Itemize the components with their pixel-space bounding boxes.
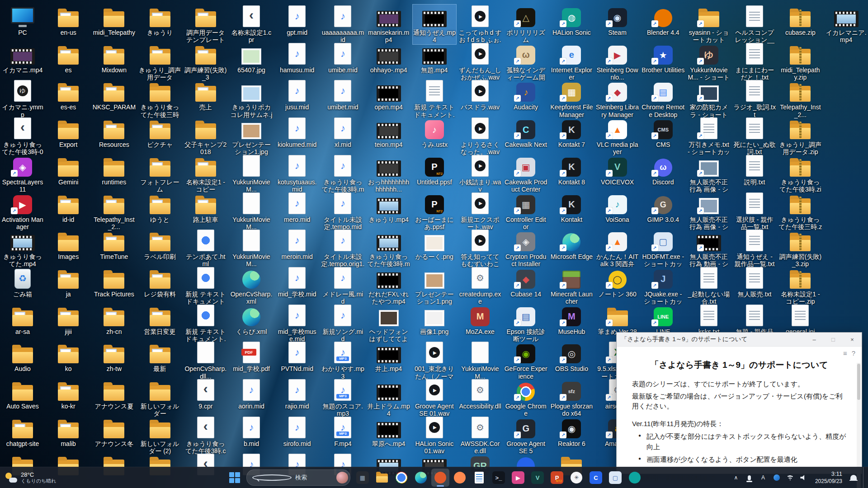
desktop-icon[interactable]: きゅうり食ってた.mp4 <box>1 229 44 268</box>
desktop-icon[interactable]: ♪mero.mid <box>275 192 319 224</box>
desktop-icon[interactable]: YukkuriMovieM... <box>458 341 502 380</box>
desktop-icon[interactable]: ◉↗Reaktor 6 <box>550 416 593 448</box>
desktop-icon[interactable]: ▢↗HDDFMT.exe - ショートカット <box>642 229 685 269</box>
menu-icon[interactable]: ≡ <box>843 349 847 357</box>
desktop-icon[interactable]: ♪↗VoiSona <box>596 192 639 224</box>
taskbar-app-chatgpt[interactable]: ✳ <box>567 469 585 487</box>
desktop-icon[interactable]: es <box>47 42 90 75</box>
desktop-icon[interactable]: NKSC_PARAM <box>92 79 136 112</box>
taskbar-app-remote-window-app[interactable]: ▢ <box>606 469 624 487</box>
desktop-icon[interactable]: 新規 テキスト ドキュメント.musicxml <box>413 79 456 119</box>
desktop-icon[interactable]: 路上駐車 <box>184 192 227 224</box>
desktop-icon[interactable]: ピクチャ <box>138 117 182 149</box>
clock[interactable]: 3:11 2025/09/23 <box>811 470 846 484</box>
desktop-icon[interactable]: おっhhhhhhhhhhhhhh... <box>367 154 410 194</box>
taskbar-app-microsoft-edge[interactable] <box>412 469 430 487</box>
desktop-icon[interactable]: zh-tw <box>92 341 136 373</box>
desktop-icon[interactable]: まにまにわーだと！.txt <box>733 42 776 82</box>
desktop-icon[interactable]: 井上ドラム.mp4 <box>367 378 410 418</box>
desktop-icon[interactable]: ♪きゅうり食ってた午後3時.mid <box>321 154 364 194</box>
desktop-icon[interactable]: ♪タイトル未設定.tempo.mid <box>321 192 364 231</box>
desktop-icon[interactable]: ♪新規ソング.mid <box>321 304 364 343</box>
desktop-icon[interactable]: ラベル印刷 <box>138 229 182 261</box>
desktop-icon[interactable]: きゅうり食ってた午後三時.zip <box>778 192 822 232</box>
desktop-icon[interactable]: きゅうり.mp4 <box>367 192 410 224</box>
desktop-icon[interactable]: ⚙Accessibility.dll <box>458 378 502 411</box>
desktop-icon[interactable]: 営業日変更 <box>138 304 182 336</box>
desktop-icon[interactable]: CMS↗CMS <box>642 117 685 149</box>
desktop-icon[interactable]: プレゼンテーション1.png <box>413 266 456 306</box>
desktop-icon[interactable]: ↗無人販売不正行為 動画 - ショートカット <box>687 229 731 269</box>
taskbar-search[interactable]: 検索 <box>246 469 350 486</box>
desktop-icon[interactable]: en-us <box>47 5 90 37</box>
desktop-icon[interactable]: イカレマニア.mp4 <box>825 5 868 44</box>
desktop-icon[interactable]: PDFmid_学校.pdf <box>230 341 273 373</box>
desktop-icon[interactable]: きゅうり食ってた午後3時.mp4 <box>367 229 410 269</box>
desktop-icon[interactable]: ω↗孤独なインディーゲーム開発者の一生 ... <box>504 42 547 82</box>
network-icon[interactable] <box>784 469 796 486</box>
desktop-icon[interactable]: ‹名称未設定1.cpr <box>230 5 273 44</box>
notifications-bell-icon[interactable] <box>848 469 859 486</box>
desktop-icon[interactable]: Auto Saves <box>1 378 44 411</box>
desktop-icon[interactable]: 通知うぜえ.mp4 <box>413 5 456 44</box>
desktop-icon[interactable]: フォトフレーム <box>138 154 182 194</box>
desktop-icon[interactable]: ♪mid_学校.mid <box>275 266 319 299</box>
desktop-icon[interactable]: ♪xl.mid <box>321 117 364 149</box>
desktop-icon[interactable]: ▶001_東北きりたん（ノーマル）_今じゃ... <box>413 341 456 381</box>
desktop-icon[interactable]: 翠原へ.mp4 <box>367 416 410 448</box>
desktop-icon[interactable]: 新規 テキスト ドキュメント (2).html <box>184 266 227 306</box>
taskbar-app-notepad[interactable] <box>470 469 488 487</box>
desktop-icon[interactable]: ▶↗Steinberg Downlo... <box>596 42 639 82</box>
taskbar-app-movie-maker[interactable]: ▶ <box>509 469 527 487</box>
desktop-icon[interactable]: ♪gpt.mid <box>275 5 319 37</box>
desktop-icon[interactable]: YukkuriMovieM... <box>230 229 273 268</box>
desktop-icon[interactable]: ◯↗ノートン 360 <box>596 266 639 299</box>
desktop-icon[interactable]: Gemini <box>47 154 90 187</box>
desktop-icon[interactable]: きゅうり <box>138 5 182 37</box>
desktop-icon[interactable]: ♪jusu.mid <box>275 79 319 112</box>
desktop-icon[interactable]: ‹きゅうり食ってた午後3時-01.cpr <box>1 117 44 157</box>
desktop-icon[interactable]: G↗Groove Agent SE 5 <box>504 416 547 455</box>
desktop-icon[interactable]: ksks.txt <box>687 304 731 336</box>
desktop-icon[interactable]: PC <box>1 5 44 37</box>
desktop-icon[interactable]: ▶↗Activation Manager <box>1 192 44 231</box>
desktop-icon[interactable]: テンポあて.html <box>184 229 227 268</box>
ime-mode-indicator[interactable]: A <box>757 469 769 486</box>
desktop-icon[interactable]: ja <box>47 266 90 299</box>
desktop-icon[interactable]: ヘルスコンプレッション__歌詞.txt <box>733 5 776 45</box>
desktop-icon[interactable]: アナウンス冬 <box>92 416 136 448</box>
desktop-icon[interactable]: ♪メドレー風.mid <box>321 266 364 306</box>
desktop-icon[interactable]: ♪MP3わかりやす.mp3 <box>321 341 364 380</box>
tray-blue-icon[interactable] <box>771 469 783 486</box>
desktop-icon[interactable]: ♪うみ.ustx <box>413 117 456 149</box>
desktop-icon[interactable]: 説明.txt <box>733 154 776 187</box>
taskbar-app-orange-browser[interactable] <box>451 469 469 487</box>
desktop-icon[interactable]: Track Pictures <box>92 266 136 299</box>
taskbar-app-google-chrome[interactable] <box>392 469 410 487</box>
maximize-button[interactable]: □ <box>824 333 843 346</box>
desktop-icon[interactable]: だれだFXいれたやつ.mp4 <box>367 266 410 306</box>
desktop-icon[interactable]: ラジオ_歌詞.txt <box>733 79 776 119</box>
desktop-icon[interactable]: ▲↗かんたん！AITalk 3 関西弁 <box>596 229 639 268</box>
desktop-icon[interactable]: Telepathy_Inst_2... <box>92 192 136 231</box>
desktop-icon[interactable]: YukkuriMovieM... <box>230 154 273 194</box>
desktop-icon[interactable]: きゅうり_調声用データ <box>138 42 182 82</box>
desktop-icon[interactable]: OpenCvSharp.dll... <box>184 341 227 380</box>
desktop-icon[interactable]: ⚙AWSSDK.Core.dll <box>458 416 502 455</box>
desktop-icon[interactable]: M↗MuseHub <box>550 304 593 336</box>
desktop-icon[interactable]: △↗ポリリリリズム <box>504 5 547 44</box>
taskbar-app-pinned-media-app[interactable]: ▦ <box>354 469 372 487</box>
desktop-icon[interactable]: jijii <box>47 304 90 336</box>
hidden-icons-chevron[interactable]: ∧ <box>730 469 742 486</box>
desktop-icon[interactable]: ↗Google Chrome <box>504 378 547 418</box>
desktop-icon[interactable]: 新しいフォルダー (2) <box>138 416 182 455</box>
taskbar-app-terminal[interactable]: >_ <box>490 469 508 487</box>
desktop-icon[interactable]: ▶よりうるさくなった。.wav <box>458 117 502 156</box>
desktop-icon[interactable]: ▲↗VLC media player <box>596 117 639 156</box>
desktop-icon[interactable]: Resources <box>92 117 136 149</box>
desktop-icon[interactable]: ‹9.cpr <box>184 378 227 411</box>
desktop-icon[interactable]: K↗Kontakt <box>550 192 593 224</box>
desktop-icon[interactable]: cubase.zip <box>778 5 822 37</box>
desktop-icon[interactable]: ♪meroin.mid <box>275 229 319 261</box>
desktop-icon[interactable]: ▶小銭詰まり.wav <box>458 154 502 194</box>
